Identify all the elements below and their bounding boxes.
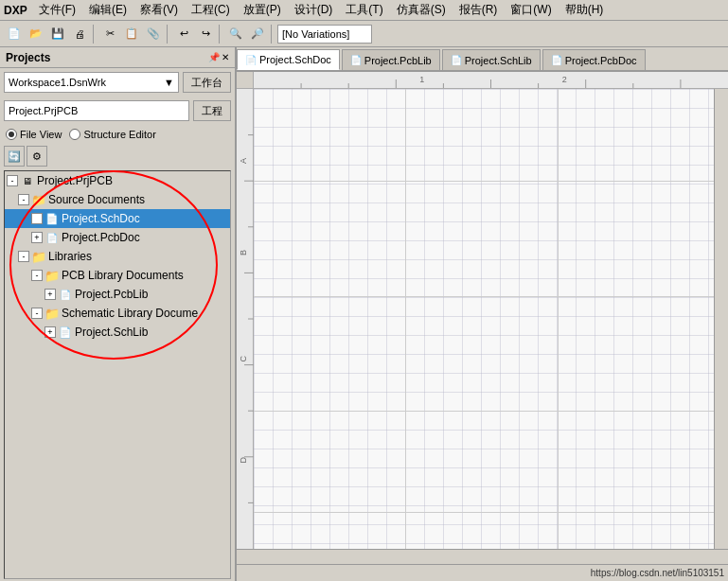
close-panel-btn[interactable]: ✕ — [222, 52, 229, 62]
menu-project[interactable]: 工程(C) — [186, 0, 236, 20]
tab-pcblib[interactable]: 📄 Project.PcbLib — [342, 49, 440, 70]
tree-item-root[interactable]: - 🖥 Project.PrjPCB — [5, 171, 230, 190]
menu-window[interactable]: 窗口(W) — [505, 0, 557, 20]
canvas-with-ruler: A B C D — [237, 89, 728, 549]
tree-btn-1[interactable]: 🔄 — [4, 146, 25, 167]
tb-new-btn[interactable]: 📄 — [4, 24, 25, 44]
tree-item-pcblib[interactable]: + 📄 Project.PcbLib — [5, 285, 230, 304]
file-view-radio[interactable] — [6, 129, 17, 140]
tab-pcbdoc-icon: 📄 — [551, 55, 562, 65]
tree-item-schdoc[interactable]: + 📄 Project.SchDoc — [5, 209, 230, 228]
expand-schlib-icon[interactable]: + — [44, 326, 56, 338]
expand-pcblib-folder-icon[interactable]: - — [31, 270, 43, 281]
ruler-h-ticks — [254, 72, 728, 89]
tab-pcblib-icon: 📄 — [350, 55, 362, 65]
file-view-option[interactable]: File View — [6, 129, 62, 140]
tree-label-root: Project.PrjPCB — [37, 174, 113, 187]
v-divider-1 — [405, 89, 406, 549]
pin-btn[interactable]: 📌 — [208, 52, 220, 62]
tree-label-source: Source Documents — [48, 193, 145, 206]
tab-schlib[interactable]: 📄 Project.SchLib — [442, 49, 541, 70]
tree-label-pcblib-folder: PCB Library Documents — [62, 269, 184, 282]
tree-btn-2[interactable]: ⚙ — [27, 146, 47, 167]
ruler-mark-a: A — [239, 158, 248, 164]
tab-pcbdoc-label: Project.PcbDoc — [565, 55, 637, 66]
workspace-toolbar: Workspace1.DsnWrk ▼ 工作台 — [0, 68, 235, 97]
workspace-dropdown[interactable]: Workspace1.DsnWrk ▼ — [4, 72, 179, 93]
tb-sep3 — [219, 25, 222, 44]
tb-zoom-out-btn[interactable]: 🔎 — [247, 24, 268, 44]
projects-panel: Projects 📌 ✕ Workspace1.DsnWrk ▼ 工作台 工程 … — [0, 47, 237, 581]
tree-item-source[interactable]: - 📁 Source Documents — [5, 190, 230, 209]
expand-pcblib-icon[interactable]: + — [44, 289, 56, 300]
expand-pcbdoc-icon[interactable]: + — [31, 232, 43, 243]
variations-dropdown[interactable]: [No Variations] — [277, 25, 372, 44]
ruler-mark-b: B — [239, 250, 248, 255]
ruler-mark-d: D — [239, 457, 248, 464]
vertical-scrollbar[interactable] — [714, 89, 728, 549]
tb-open-btn[interactable]: 📂 — [26, 24, 46, 44]
workspace-btn[interactable]: 工作台 — [183, 72, 231, 93]
toolbar: 📄 📂 💾 🖨 ✂ 📋 📎 ↩ ↪ 🔍 🔎 [No Variations] — [0, 21, 728, 47]
tb-redo-btn[interactable]: ↪ — [195, 24, 216, 44]
tree-toolbar: 🔄 ⚙ — [0, 144, 235, 168]
tree-label-schdoc: Project.SchDoc — [62, 212, 140, 225]
h-divider-2 — [254, 296, 714, 297]
project-icon: 🖥 — [20, 173, 35, 188]
tree-item-schlib[interactable]: + 📄 Project.SchLib — [5, 323, 230, 342]
drawing-canvas[interactable] — [254, 89, 714, 549]
tree-item-schlib-folder[interactable]: - 📁 Schematic Library Docume — [5, 304, 230, 323]
pcblib-icon: 📄 — [58, 287, 73, 302]
structure-editor-option[interactable]: Structure Editor — [69, 129, 155, 140]
menu-design[interactable]: 设计(D) — [289, 0, 339, 20]
tree-label-schlib: Project.SchLib — [75, 326, 148, 339]
tb-zoom-in-btn[interactable]: 🔍 — [225, 24, 246, 44]
menu-place[interactable]: 放置(P) — [238, 0, 287, 20]
project-name-bar: 工程 — [0, 97, 235, 125]
expand-schlib-folder-icon[interactable]: - — [31, 308, 43, 319]
schdoc-icon: 📄 — [44, 211, 60, 226]
tree-item-pcblib-folder[interactable]: - 📁 PCB Library Documents — [5, 266, 230, 285]
tree-item-pcbdoc[interactable]: + 📄 Project.PcbDoc — [5, 228, 230, 247]
tb-print-btn[interactable]: 🖨 — [69, 24, 90, 44]
project-tree[interactable]: - 🖥 Project.PrjPCB - 📁 Source Documents … — [4, 170, 231, 579]
structure-editor-radio[interactable] — [69, 129, 80, 140]
expand-libs-icon[interactable]: - — [18, 251, 29, 262]
tab-pcbdoc[interactable]: 📄 Project.PcbDoc — [542, 49, 646, 70]
expand-source-icon[interactable]: - — [18, 194, 29, 205]
tb-copy-btn[interactable]: 📋 — [121, 24, 142, 44]
tb-sep1 — [93, 25, 97, 44]
tb-save-btn[interactable]: 💾 — [47, 24, 68, 44]
menu-report[interactable]: 报告(R) — [453, 0, 504, 20]
tab-schdoc-label: Project.SchDoc — [259, 54, 331, 65]
tab-schdoc[interactable]: 📄 Project.SchDoc — [237, 49, 340, 70]
expand-root-icon[interactable]: - — [7, 175, 18, 186]
tb-cut-btn[interactable]: ✂ — [99, 24, 120, 44]
menu-file[interactable]: 文件(F) — [33, 0, 81, 20]
menu-edit[interactable]: 编辑(E) — [83, 0, 133, 20]
tb-sep2 — [167, 25, 170, 44]
expand-schdoc-icon[interactable]: + — [31, 213, 43, 224]
ruler-vertical: A B C D — [237, 89, 254, 549]
tb-undo-btn[interactable]: ↩ — [173, 24, 194, 44]
app-logo: DXP — [4, 4, 27, 17]
horizontal-scrollbar[interactable] — [237, 549, 728, 564]
menu-tools[interactable]: 工具(T) — [340, 0, 388, 20]
menu-help[interactable]: 帮助(H) — [559, 0, 610, 20]
folder-libs-icon: 📁 — [31, 249, 46, 264]
project-name-input[interactable] — [4, 100, 189, 121]
pcbdoc-icon: 📄 — [44, 230, 60, 245]
tb-paste-btn[interactable]: 📎 — [143, 24, 164, 44]
tab-schlib-label: Project.SchLib — [465, 55, 532, 66]
tree-item-libs[interactable]: - 📁 Libraries — [5, 247, 230, 266]
folder-schlib-icon: 📁 — [44, 306, 60, 321]
ruler-mark-c: C — [239, 356, 248, 362]
ruler-corner — [237, 72, 254, 89]
h-divider-3 — [254, 411, 714, 412]
tree-label-pcbdoc: Project.PcbDoc — [62, 231, 140, 244]
menu-view[interactable]: 察看(V) — [134, 0, 184, 20]
tree-label-schlib-folder: Schematic Library Docume — [62, 307, 198, 320]
menu-sim[interactable]: 仿真器(S) — [391, 0, 452, 20]
project-btn[interactable]: 工程 — [193, 100, 231, 121]
tab-pcblib-label: Project.PcbLib — [364, 55, 432, 66]
